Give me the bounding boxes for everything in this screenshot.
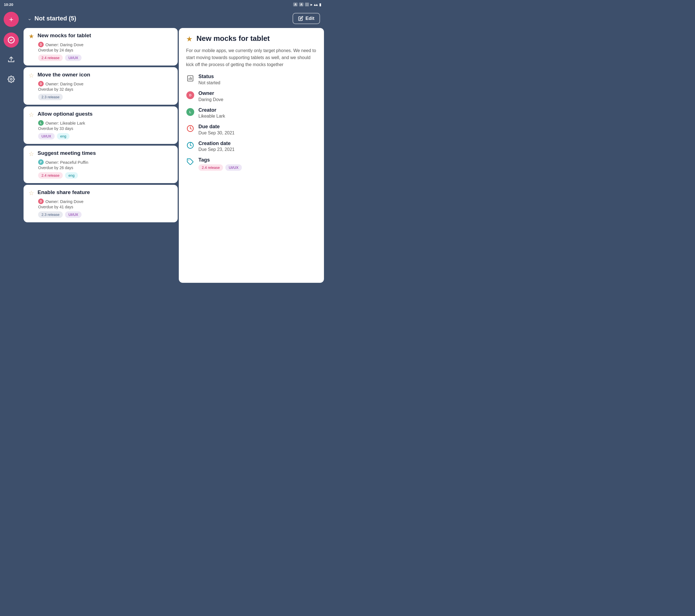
creator-value: Likeable Lark [199, 114, 225, 119]
detail-due-content: Due date Due Sep 30, 2021 [199, 124, 235, 136]
save-icon: □ [305, 2, 309, 6]
task-owner-avatar: L [38, 120, 44, 126]
due-date-icon [186, 124, 194, 133]
task-list: ★ New mocks for tablet D Owner: Daring D… [23, 28, 178, 283]
task-tags: 2.4 releaseUI/UX [38, 55, 173, 61]
wifi-icon: ▸ [310, 2, 312, 7]
main-layout: + ⌄ Not started (5) [0, 9, 325, 283]
task-due: Overdue by 26 days [38, 165, 173, 170]
owner-value: Daring Dove [199, 97, 223, 102]
detail-creator-content: Creator Likeable Lark [199, 107, 225, 119]
tags-label: Tags [199, 157, 242, 163]
star-empty-icon: ☆ [29, 72, 34, 79]
star-empty-icon: ☆ [29, 151, 34, 158]
detail-star-icon: ★ [186, 35, 192, 43]
creation-date-label: Creation date [199, 141, 235, 147]
detail-tags-section: Tags 2.4 release UI/UX [186, 157, 317, 171]
detail-tags-content: Tags 2.4 release UI/UX [199, 157, 242, 171]
detail-tag-uiux: UI/UX [225, 164, 242, 171]
task-tags: 2.3 releaseUI/UX [38, 211, 173, 218]
task-title: Enable share feature [37, 189, 90, 196]
star-empty-icon: ☆ [29, 111, 34, 119]
task-card-header: ☆ Suggest meeting times [29, 150, 173, 158]
status-icon [186, 74, 194, 83]
task-card[interactable]: ☆ Move the owner icon D Owner: Daring Do… [23, 67, 178, 105]
header-left: ⌄ Not started (5) [28, 15, 76, 22]
notification-icon: A [293, 2, 298, 6]
collapse-chevron-icon[interactable]: ⌄ [28, 15, 32, 21]
owner-avatar-detail: D [186, 91, 194, 100]
sidebar: + [0, 9, 22, 283]
task-owner-avatar: D [38, 198, 44, 204]
task-tag: eng [57, 133, 70, 139]
task-tag: UI/UX [38, 133, 55, 139]
task-card[interactable]: ☆ Allow optional guests L Owner: Likeabl… [23, 106, 178, 144]
task-detail-panel: ★ New mocks for tablet For our mobile ap… [179, 28, 324, 283]
task-meta: L Owner: Likeable Lark [38, 120, 173, 126]
svg-point-2 [10, 78, 12, 81]
task-meta: D Owner: Daring Dove [38, 42, 173, 47]
task-owner: Owner: Likeable Lark [46, 121, 85, 125]
task-owner-avatar: D [38, 81, 44, 87]
task-tag: 2.4 release [38, 172, 63, 179]
add-button[interactable]: + [4, 12, 19, 27]
tasks-nav-button[interactable] [4, 33, 19, 48]
pane-container: ★ New mocks for tablet D Owner: Daring D… [22, 28, 325, 283]
due-date-label: Due date [199, 124, 235, 130]
task-title: New mocks for tablet [37, 33, 91, 39]
task-due: Overdue by 33 days [38, 126, 173, 131]
task-tag: UI/UX [65, 211, 82, 218]
detail-creation-content: Creation date Due Sep 23, 2021 [199, 141, 235, 152]
task-meta: D Owner: Daring Dove [38, 198, 173, 204]
task-card-header: ☆ Move the owner icon [29, 72, 173, 79]
task-owner-avatar: D [38, 42, 44, 47]
detail-creation-section: Creation date Due Sep 23, 2021 [186, 141, 317, 152]
edit-button[interactable]: Edit [292, 13, 320, 24]
task-meta: D Owner: Daring Dove [38, 81, 173, 87]
detail-title: New mocks for tablet [197, 34, 270, 43]
status-value: Not started [199, 81, 220, 85]
content-area: ⌄ Not started (5) Edit ★ New mocks for t… [22, 9, 325, 283]
detail-due-section: Due date Due Sep 30, 2021 [186, 124, 317, 136]
task-title: Allow optional guests [37, 111, 92, 117]
detail-creator-section: L Creator Likeable Lark [186, 107, 317, 119]
task-tags: UI/UXeng [38, 133, 173, 139]
task-card[interactable]: ☆ Suggest meeting times P Owner: Peacefu… [23, 146, 178, 183]
settings-nav-button[interactable] [4, 72, 19, 87]
detail-title-row: ★ New mocks for tablet [186, 34, 317, 43]
signal-icon: ▴▴ [314, 2, 318, 7]
owner-label: Owner [199, 90, 223, 96]
task-due: Overdue by 41 days [38, 205, 173, 209]
status-bar: 10:20 A A □ ▸ ▴▴ ▮ [0, 0, 325, 9]
task-meta: P Owner: Peaceful Puffin [38, 159, 173, 165]
task-tags: 2.4 releaseeng [38, 172, 173, 179]
vpn-icon: A [299, 2, 304, 6]
task-owner: Owner: Daring Dove [46, 199, 84, 204]
task-tags: 2.3 release [38, 94, 173, 100]
star-empty-icon: ☆ [29, 190, 34, 197]
task-card-header: ★ New mocks for tablet [29, 33, 173, 40]
task-tag: UI/UX [65, 55, 82, 61]
task-tag: 2.4 release [38, 55, 63, 61]
task-title: Suggest meeting times [37, 150, 96, 157]
battery-icon: ▮ [319, 2, 321, 7]
detail-owner-content: Owner Daring Dove [199, 90, 223, 102]
detail-tags-list: 2.4 release UI/UX [199, 164, 242, 171]
task-owner: Owner: Daring Dove [46, 42, 84, 47]
creation-date-icon [186, 141, 194, 149]
task-owner: Owner: Daring Dove [46, 82, 84, 86]
task-owner: Owner: Peaceful Puffin [46, 160, 88, 165]
task-card[interactable]: ☆ Enable share feature D Owner: Daring D… [23, 185, 178, 222]
task-due: Overdue by 32 days [38, 87, 173, 91]
header: ⌄ Not started (5) Edit [22, 9, 325, 28]
edit-button-label: Edit [305, 16, 315, 21]
inbox-nav-button[interactable] [4, 52, 19, 67]
creator-avatar-detail: L [186, 108, 194, 116]
task-card[interactable]: ★ New mocks for tablet D Owner: Daring D… [23, 28, 178, 66]
detail-tag-release: 2.4 release [199, 164, 223, 171]
detail-status-section: Status Not started [186, 74, 317, 85]
task-card-header: ☆ Allow optional guests [29, 111, 173, 119]
task-due: Overdue by 24 days [38, 48, 173, 52]
task-card-header: ☆ Enable share feature [29, 189, 173, 197]
task-tag: 2.3 release [38, 211, 63, 218]
